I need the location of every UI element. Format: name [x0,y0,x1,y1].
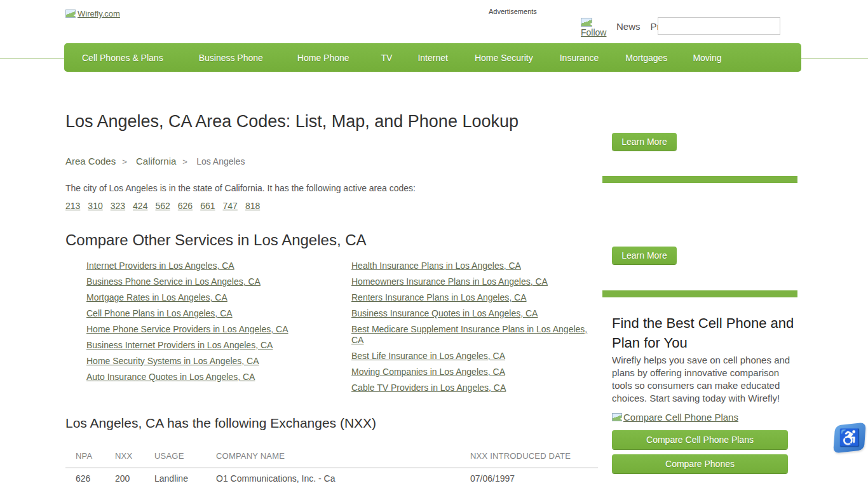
table-header-row: NPA NXX USAGE COMPANY NAME NXX INTRODUCE… [65,445,598,468]
area-code-link[interactable]: 661 [200,201,215,211]
area-code-link[interactable]: 310 [88,201,102,211]
broken-image-icon [65,10,76,18]
nav-home-phone[interactable]: Home Phone [285,53,369,63]
col-header-nxx-introduced-date: NXX INTRODUCED DATE [470,451,598,461]
learn-more-button[interactable]: Learn More [612,247,677,264]
news-link[interactable]: News [616,21,641,32]
search-input[interactable] [658,17,780,35]
compare-plans-image-alt: Compare Cell Phone Plans [623,412,738,423]
intro-text: The city of Los Angeles is in the state … [65,183,416,193]
compare-phones-button[interactable]: Compare Phones [612,454,788,473]
area-code-link[interactable]: 323 [111,201,125,211]
nxx-heading: Los Angeles, CA has the following Exchan… [65,416,376,431]
service-link[interactable]: Auto Insurance Quotes in Los Angeles, CA [86,372,255,382]
breadcrumb: Area Codes> California> Los Angeles [65,156,245,166]
breadcrumb-area-codes[interactable]: Area Codes [65,156,116,166]
advertisements-label: Advertisements [489,8,537,15]
service-link[interactable]: Mortgage Rates in Los Angeles, CA [86,292,227,302]
area-code-link[interactable]: 213 [65,201,80,211]
learn-more-button[interactable]: Learn More [612,133,677,151]
service-link[interactable]: Business Internet Providers in Los Angel… [86,340,273,350]
nav-cell-phones-plans[interactable]: Cell Phones & Plans [69,53,186,63]
services-column-left: Internet Providers in Los Angeles, CA Bu… [86,261,351,398]
service-link[interactable]: Health Insurance Plans in Los Angeles, C… [351,261,521,271]
compare-plans-image-link[interactable]: Compare Cell Phone Plans [612,412,738,423]
main-nav: Cell Phones & Plans Business Phone Home … [64,43,801,72]
breadcrumb-current: Los Angeles [196,156,245,166]
area-code-link[interactable]: 424 [133,201,147,211]
page-title: Los Angeles, CA Area Codes: List, Map, a… [65,112,519,132]
service-link[interactable]: Cell Phone Plans in Los Angeles, CA [86,308,233,318]
col-header-company-name: COMPANY NAME [216,451,470,461]
nav-moving[interactable]: Moving [680,53,734,63]
area-code-link[interactable]: 626 [178,201,193,211]
services-column-right: Health Insurance Plans in Los Angeles, C… [351,261,594,398]
table-row: 626 200 Landline O1 Communications, Inc.… [65,468,598,488]
service-link[interactable]: Internet Providers in Los Angeles, CA [86,261,234,271]
breadcrumb-california[interactable]: California [136,156,176,166]
services-links: Internet Providers in Los Angeles, CA Bu… [86,261,598,398]
nav-internet[interactable]: Internet [405,53,461,63]
service-link[interactable]: Home Phone Service Providers in Los Ange… [86,324,288,334]
promo-heading: Find the Best Cell Phone and Plan for Yo… [612,313,799,353]
promo-text: Wirefly helps you save on cell phones an… [612,354,796,405]
nav-insurance[interactable]: Insurance [547,53,613,63]
cell-usage: Landline [154,473,216,484]
service-link[interactable]: Renters Insurance Plans in Los Angeles, … [351,292,527,302]
area-code-list: 213 310 323 424 562 626 661 747 818 [65,201,260,211]
green-divider-bar [602,176,797,183]
broken-image-icon [581,18,592,27]
service-link[interactable]: Business Phone Service in Los Angeles, C… [86,276,261,287]
follow-link[interactable]: Follow [581,18,611,37]
service-link[interactable]: Best Medicare Supplement Insurance Plans… [351,324,587,345]
cell-nxx-introduced-date: 07/06/1997 [470,473,598,484]
follow-label: Follow [581,27,606,37]
nav-tv[interactable]: TV [369,53,405,63]
service-link[interactable]: Business Insurance Quotes in Los Angeles… [351,308,538,318]
service-link[interactable]: Homeowners Insurance Plans in Los Angele… [351,276,548,287]
broken-image-icon [612,413,622,421]
service-link[interactable]: Home Security Systems in Los Angeles, CA [86,356,259,366]
wheelchair-icon: ♿ [839,428,860,447]
col-header-usage: USAGE [154,451,216,461]
cell-npa: 626 [76,473,115,484]
area-code-link[interactable]: 818 [245,201,260,211]
cell-nxx: 200 [115,473,154,484]
page: Wirefly.com Advertisements Follow News P… [0,0,868,488]
col-header-npa: NPA [76,451,115,461]
col-header-nxx: NXX [115,451,154,461]
nav-home-security[interactable]: Home Security [462,53,547,63]
green-divider-bar [602,290,797,297]
accessibility-widget-button[interactable]: ♿ [833,423,866,454]
breadcrumb-separator: > [182,157,187,166]
nav-business-phone[interactable]: Business Phone [186,53,285,63]
area-code-link[interactable]: 562 [155,201,170,211]
service-link[interactable]: Best Life Insurance in Los Angeles, CA [351,351,505,361]
logo-alt-text: Wirefly.com [78,9,120,18]
logo-link[interactable]: Wirefly.com [65,9,120,18]
service-link[interactable]: Cable TV Providers in Los Angeles, CA [351,383,506,393]
compare-services-heading: Compare Other Services in Los Angeles, C… [65,231,367,249]
breadcrumb-separator: > [122,157,127,166]
nav-mortgages[interactable]: Mortgages [613,53,680,63]
cell-company-name: O1 Communications, Inc. - Ca [216,473,470,484]
compare-cell-phone-plans-button[interactable]: Compare Cell Phone Plans [612,430,788,449]
area-code-link[interactable]: 747 [223,201,238,211]
nxx-table: NPA NXX USAGE COMPANY NAME NXX INTRODUCE… [65,445,598,488]
service-link[interactable]: Moving Companies in Los Angeles, CA [351,367,505,377]
